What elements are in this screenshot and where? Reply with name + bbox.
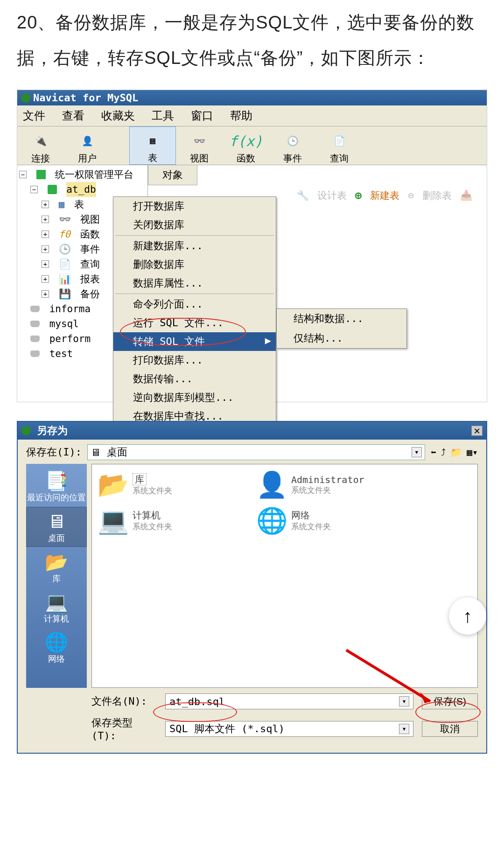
place-desktop[interactable]: 🖥桌面: [26, 507, 87, 547]
tree-backup[interactable]: 备份: [80, 287, 100, 301]
tree-db-selected[interactable]: at_db: [66, 182, 96, 197]
window-title: Navicat for MySQL: [33, 92, 138, 104]
tree-tables[interactable]: 表: [74, 197, 84, 212]
filename-value: at_db.sql: [169, 696, 225, 707]
scroll-to-top-button[interactable]: ↑: [449, 597, 486, 635]
context-menu[interactable]: 打开数据库 关闭数据库 新建数据库... 删除数据库 数据库属性... 命令列介…: [113, 196, 276, 447]
chevron-down-icon[interactable]: ▾: [412, 447, 422, 457]
tree-queries[interactable]: 查询: [80, 257, 100, 272]
btn-delete-table[interactable]: 删除表: [422, 189, 452, 202]
ctx-new-db[interactable]: 新建数据库...: [113, 237, 276, 255]
ctx-close-db[interactable]: 关闭数据库: [113, 216, 276, 234]
dump-sql-submenu[interactable]: 结构和数据... 仅结构...: [276, 308, 407, 349]
ctx-reverse[interactable]: 逆向数据库到模型...: [113, 388, 276, 407]
place-network[interactable]: 🌐网络: [26, 628, 87, 667]
btn-new-table[interactable]: 新建表: [370, 189, 399, 202]
ctx-db-props[interactable]: 数据库属性...: [113, 274, 276, 293]
tb-connect[interactable]: 🔌连接: [17, 126, 64, 165]
window-titlebar: Navicat for MySQL: [17, 90, 487, 105]
tree-reports[interactable]: 报表: [80, 272, 100, 287]
ctx-cli[interactable]: 命令列介面...: [113, 295, 276, 314]
tab-objects[interactable]: 对象: [148, 165, 197, 185]
dialog-titlebar: 另存为 ✕: [18, 422, 486, 440]
tb-event[interactable]: 🕒事件: [269, 126, 316, 165]
tree-db-perform[interactable]: perform: [49, 331, 91, 346]
menu-window[interactable]: 窗口: [191, 108, 213, 123]
main-toolbar: 🔌连接 👤用户 ▦表 👓视图 f(x)函数 🕒事件 📄查询: [17, 126, 487, 165]
item-library[interactable]: 📂库系统文件夹: [98, 470, 247, 499]
view-menu-icon[interactable]: ▦▾: [467, 447, 478, 458]
place-computer[interactable]: 💻计算机: [26, 588, 87, 627]
save-in-value: 桌面: [107, 445, 127, 459]
menu-help[interactable]: 帮助: [230, 108, 252, 123]
btn-design-table[interactable]: 设计表: [317, 189, 347, 202]
ctx-open-db[interactable]: 打开数据库: [113, 197, 276, 216]
navicat-window: Navicat for MySQL 文件 查看 收藏夹 工具 窗口 帮助 🔌连接…: [17, 90, 487, 402]
menu-bar[interactable]: 文件 查看 收藏夹 工具 窗口 帮助: [17, 105, 487, 126]
ctx-dump-sql[interactable]: 转储 SQL 文件▶: [113, 332, 276, 351]
tree-events[interactable]: 事件: [80, 242, 100, 257]
dialog-title: 另存为: [37, 424, 68, 438]
tree-db-mysql[interactable]: mysql: [49, 316, 79, 331]
filetype-label: 保存类型(T):: [91, 716, 157, 742]
tb-view[interactable]: 👓视图: [176, 126, 223, 165]
app-icon: [21, 93, 30, 103]
ctx-print-db[interactable]: 打印数据库...: [113, 351, 276, 370]
ctx-xfer[interactable]: 数据传输...: [113, 370, 276, 388]
ctx-run-sql[interactable]: 运行 SQL 文件...: [113, 314, 276, 332]
tree-db-test[interactable]: test: [49, 346, 73, 361]
menu-view[interactable]: 查看: [62, 108, 84, 123]
dialog-icon: [21, 426, 31, 435]
tb-table[interactable]: ▦表: [129, 126, 176, 165]
back-icon[interactable]: ⬅: [431, 447, 436, 458]
dialog-nav-buttons: ⬅ ⤴ 📁 ▦▾: [431, 447, 478, 458]
tb-user[interactable]: 👤用户: [64, 126, 111, 165]
save-in-label: 保存在(I):: [26, 445, 82, 459]
tree-funcs[interactable]: 函数: [80, 227, 100, 242]
close-button[interactable]: ✕: [471, 426, 483, 436]
sub-struct-data[interactable]: 结构和数据...: [277, 309, 406, 329]
filetype-combo[interactable]: SQL 脚本文件 (*.sql) ▾: [165, 721, 413, 737]
tree-db-informa[interactable]: informa: [49, 301, 91, 316]
chevron-down-icon[interactable]: ▾: [399, 696, 409, 707]
place-library[interactable]: 📂库: [26, 548, 87, 587]
filetype-value: SQL 脚本文件 (*.sql): [169, 722, 285, 736]
menu-file[interactable]: 文件: [23, 108, 45, 123]
save-in-combo[interactable]: 🖥 桌面 ▾: [87, 444, 425, 460]
tree-views[interactable]: 视图: [80, 212, 100, 227]
chevron-down-icon[interactable]: ▾: [399, 724, 409, 734]
menu-fav[interactable]: 收藏夹: [101, 108, 135, 123]
sub-struct-only[interactable]: 仅结构...: [277, 329, 406, 348]
filename-input[interactable]: at_db.sql ▾: [165, 693, 413, 709]
tb-func[interactable]: f(x)函数: [223, 126, 269, 165]
places-bar[interactable]: 📑最近访问的位置 🖥桌面 📂库 💻计算机 🌐网络: [26, 464, 87, 688]
file-list[interactable]: 📂库系统文件夹 👤Administrator系统文件夹 💻计算机系统文件夹 🌐网…: [91, 464, 478, 688]
article-paragraph: 20、备份数据库，一般是存为SQL文件，选中要备份的数据，右键，转存SQL文件或…: [0, 0, 504, 90]
filename-label: 文件名(N):: [91, 694, 157, 708]
tree-root[interactable]: 统一权限管理平台: [55, 167, 133, 182]
save-button[interactable]: 保存(S): [422, 693, 478, 709]
cancel-button[interactable]: 取消: [422, 721, 478, 737]
new-folder-icon[interactable]: 📁: [450, 447, 462, 458]
tb-query[interactable]: 📄查询: [316, 126, 363, 165]
item-admin[interactable]: 👤Administrator系统文件夹: [256, 470, 406, 499]
item-network[interactable]: 🌐网络系统文件夹: [256, 506, 406, 535]
place-recent[interactable]: 📑最近访问的位置: [26, 467, 87, 506]
save-as-dialog: 另存为 ✕ 保存在(I): 🖥 桌面 ▾ ⬅ ⤴ 📁 ▦▾ 📑最近访问的位置 🖥…: [17, 421, 487, 754]
ctx-del-db[interactable]: 删除数据库: [113, 255, 276, 274]
item-computer[interactable]: 💻计算机系统文件夹: [98, 506, 247, 535]
up-icon[interactable]: ⤴: [441, 447, 446, 458]
menu-tool[interactable]: 工具: [152, 108, 174, 123]
